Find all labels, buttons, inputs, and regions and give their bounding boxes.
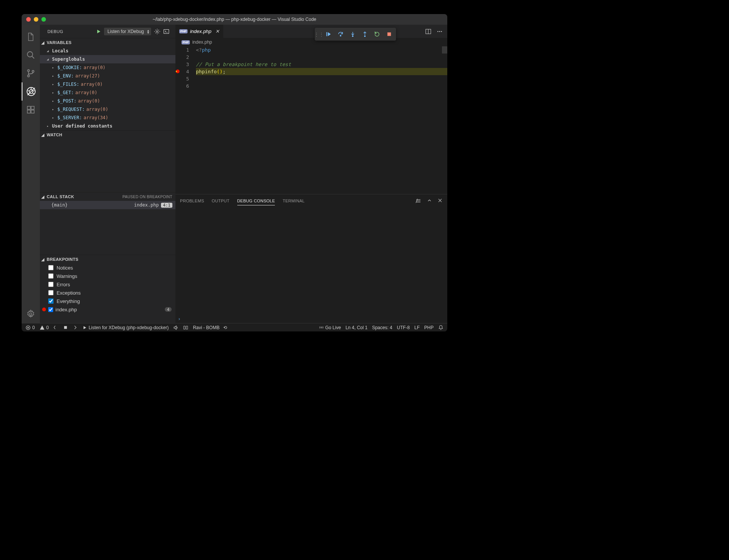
status-reader[interactable] bbox=[183, 325, 188, 330]
branch-icon bbox=[26, 69, 35, 78]
breakpoint-label: Notices bbox=[57, 265, 73, 271]
status-debug-nav[interactable] bbox=[53, 325, 78, 330]
status-notifications[interactable] bbox=[438, 325, 443, 330]
breakpoint-line-badge: 4 bbox=[165, 307, 172, 312]
breadcrumb[interactable]: PHP index.php bbox=[175, 38, 447, 46]
editor-tab-indexphp[interactable]: PHP index.php ✕ bbox=[175, 25, 224, 38]
variable-row[interactable]: ▸$_POST: array(0) bbox=[40, 97, 175, 105]
callstack-section: ◢CALL STACK PAUSED ON BREAKPOINT {main} … bbox=[40, 192, 175, 255]
breakpoint-category-row[interactable]: Notices bbox=[40, 263, 175, 272]
activity-scm[interactable] bbox=[22, 64, 40, 82]
variable-row[interactable]: ▸$_SERVER: array(34) bbox=[40, 114, 175, 122]
activity-extensions[interactable] bbox=[22, 101, 40, 119]
php-icon: PHP bbox=[179, 29, 188, 33]
window-minimize-button[interactable] bbox=[34, 17, 38, 22]
activity-debug[interactable] bbox=[22, 82, 40, 101]
breakpoint-file-checkbox[interactable] bbox=[48, 307, 53, 312]
panel-tab-debug-console[interactable]: DEBUG CONSOLE bbox=[237, 199, 275, 205]
status-now-playing[interactable]: Ravi - BOMB ⟲ bbox=[193, 325, 227, 330]
window-close-button[interactable] bbox=[26, 17, 31, 22]
status-warnings[interactable]: 0 bbox=[39, 325, 49, 330]
debug-start-button[interactable] bbox=[96, 29, 101, 34]
debug-stop-button[interactable] bbox=[383, 28, 395, 40]
debug-step-into-button[interactable] bbox=[347, 28, 359, 40]
panel-tab-problems[interactable]: PROBLEMS bbox=[180, 199, 204, 203]
status-encoding[interactable]: UTF-8 bbox=[397, 325, 410, 330]
vscode-window: ~/lab/php-xdebug-docker/index.php — php-… bbox=[22, 14, 447, 331]
status-errors[interactable]: 0 bbox=[25, 325, 35, 330]
callstack-header[interactable]: ◢CALL STACK PAUSED ON BREAKPOINT bbox=[40, 192, 175, 201]
variable-row[interactable]: ▸$_REQUEST: array(0) bbox=[40, 105, 175, 114]
breakpoint-file-row[interactable]: index.php 4 bbox=[40, 305, 175, 314]
debug-continue-button[interactable] bbox=[322, 28, 335, 40]
activity-search[interactable] bbox=[22, 46, 40, 64]
svg-point-32 bbox=[340, 35, 341, 36]
variable-row[interactable]: ▸$_ENV: array(27) bbox=[40, 72, 175, 80]
files-icon bbox=[26, 32, 35, 41]
variables-header[interactable]: ◢VARIABLES bbox=[40, 38, 175, 47]
panel-tab-output[interactable]: OUTPUT bbox=[212, 199, 230, 203]
minimap-slider[interactable] bbox=[442, 46, 447, 54]
breakpoint-checkbox[interactable] bbox=[48, 290, 54, 295]
activity-explorer[interactable] bbox=[22, 28, 40, 46]
debug-config-select[interactable]: Listen for XDebug ▴▾ bbox=[104, 28, 151, 35]
svg-point-18 bbox=[156, 31, 158, 32]
breakpoint-checkbox[interactable] bbox=[48, 282, 54, 287]
variables-user-constants[interactable]: ▸User defined constants bbox=[40, 122, 175, 130]
variable-row[interactable]: ▸$_GET: array(0) bbox=[40, 88, 175, 97]
debug-toolbar: ⋮⋮ bbox=[315, 28, 396, 41]
debug-settings-button[interactable] bbox=[154, 28, 160, 35]
glyph-margin[interactable]: ▸ bbox=[175, 46, 180, 194]
svg-point-24 bbox=[441, 31, 442, 32]
variables-label: VARIABLES bbox=[47, 40, 71, 45]
status-audio[interactable] bbox=[173, 325, 178, 330]
editor-tabs: PHP index.php ✕ bbox=[175, 25, 447, 38]
breakpoint-category-row[interactable]: Errors bbox=[40, 280, 175, 289]
variables-superglobals[interactable]: ◢Superglobals bbox=[40, 55, 175, 63]
clear-console-button[interactable] bbox=[415, 198, 421, 204]
window-maximize-button[interactable] bbox=[41, 17, 46, 22]
traffic-lights bbox=[26, 17, 46, 22]
callstack-label: CALL STACK bbox=[47, 194, 74, 199]
minimap[interactable] bbox=[442, 46, 447, 54]
variable-row[interactable]: ▸$_FILES: array(0) bbox=[40, 80, 175, 88]
svg-line-8 bbox=[28, 91, 29, 91]
debug-console-toggle[interactable] bbox=[163, 28, 169, 35]
variable-row[interactable]: ▸$_COOKIE: array(0) bbox=[40, 63, 175, 72]
panel-tab-terminal[interactable]: TERMINAL bbox=[282, 199, 305, 203]
panel-maximize-button[interactable] bbox=[427, 198, 432, 204]
svg-rect-15 bbox=[31, 110, 34, 113]
svg-rect-37 bbox=[387, 32, 391, 36]
extensions-icon bbox=[26, 105, 35, 114]
more-actions-button[interactable] bbox=[437, 28, 443, 35]
variables-locals[interactable]: ◢Locals bbox=[40, 47, 175, 55]
debug-console-body[interactable]: › bbox=[175, 207, 447, 323]
watch-header[interactable]: ◢WATCH bbox=[40, 131, 175, 139]
breakpoint-category-row[interactable]: Warnings bbox=[40, 272, 175, 280]
status-debug-target[interactable]: Listen for XDebug (php-xdebug-docker) bbox=[82, 325, 169, 330]
bottom-panel: PROBLEMS OUTPUT DEBUG CONSOLE TERMINAL bbox=[175, 194, 447, 323]
svg-point-42 bbox=[320, 327, 322, 328]
breakpoint-checkbox[interactable] bbox=[48, 273, 54, 279]
status-eol[interactable]: LF bbox=[414, 325, 420, 330]
toolbar-drag-handle[interactable]: ⋮⋮ bbox=[316, 28, 322, 40]
breakpoint-category-row[interactable]: Exceptions bbox=[40, 289, 175, 297]
breakpoint-checkbox[interactable] bbox=[48, 298, 54, 304]
code-editor[interactable]: ▸ 123456 <?php // Put a breakpoint here … bbox=[175, 46, 447, 194]
breakpoint-category-row[interactable]: Everything bbox=[40, 297, 175, 305]
panel-close-button[interactable] bbox=[437, 198, 443, 204]
breakpoint-checkbox[interactable] bbox=[48, 265, 54, 270]
code-content[interactable]: <?php // Put a breakpoint here to test p… bbox=[196, 46, 447, 194]
debug-step-over-button[interactable] bbox=[335, 28, 347, 40]
debug-restart-button[interactable] bbox=[371, 28, 383, 40]
status-indentation[interactable]: Spaces: 4 bbox=[372, 325, 392, 330]
callstack-frame[interactable]: {main} index.php 4:1 bbox=[40, 201, 175, 209]
status-language[interactable]: PHP bbox=[424, 325, 434, 330]
status-cursor-position[interactable]: Ln 4, Col 1 bbox=[346, 325, 368, 330]
debug-step-out-button[interactable] bbox=[359, 28, 371, 40]
tab-close-button[interactable]: ✕ bbox=[215, 28, 219, 34]
split-editor-button[interactable] bbox=[425, 28, 431, 35]
breakpoints-header[interactable]: ◢BREAKPOINTS bbox=[40, 255, 175, 263]
status-go-live[interactable]: Go Live bbox=[319, 325, 341, 330]
activity-settings[interactable] bbox=[22, 305, 40, 323]
